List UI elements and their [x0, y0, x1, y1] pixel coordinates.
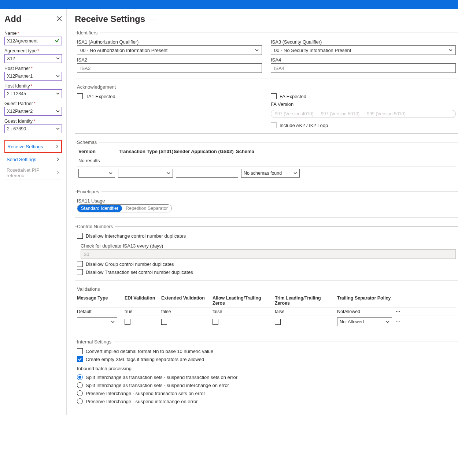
col-schema: Schema: [236, 149, 295, 154]
isa2-input[interactable]: [77, 63, 262, 73]
control-numbers-section: Control Numbers Disallow Interchange con…: [75, 224, 458, 280]
ta1-expected-checkbox[interactable]: TA1 Expected: [77, 93, 115, 99]
add-title: Add: [4, 14, 22, 24]
internal-legend: Internal Settings: [77, 339, 114, 345]
checkbox-icon: [77, 348, 83, 354]
batch-radio-1[interactable]: Split Interchange as transaction sets - …: [77, 374, 456, 380]
check-duplicate-input: 30: [81, 249, 456, 259]
fa-expected-checkbox[interactable]: FA Expected: [271, 93, 456, 99]
isa11-segmented[interactable]: Standard Identifier Repetition Separator: [77, 204, 172, 212]
schema-version-select[interactable]: [78, 169, 115, 178]
nav-label: Send Settings: [7, 157, 36, 162]
envelopes-legend: Envelopes: [77, 189, 101, 194]
radio-icon: [77, 398, 83, 404]
radio-icon: [77, 382, 83, 388]
val-ext-checkbox[interactable]: [161, 319, 167, 325]
create-empty-xml-checkbox[interactable]: Create empty XML tags if trailing separa…: [77, 356, 456, 362]
isa1-label: ISA1 (Authorization Qualifier): [77, 39, 262, 45]
isa11-label: ISA11 Usage: [77, 198, 456, 204]
disallow-interchange-checkbox[interactable]: Disallow Interchange control number dupl…: [77, 233, 456, 239]
host-identity-label: Host Identity*: [4, 83, 62, 89]
val-allow0-checkbox[interactable]: [213, 319, 218, 325]
schema-txn-select[interactable]: [118, 169, 173, 178]
radio-icon: [77, 374, 83, 380]
isa4-input[interactable]: [271, 63, 456, 73]
val-policy-select[interactable]: Not Allowed: [337, 317, 392, 326]
envelopes-section: Envelopes ISA11 Usage Standard Identifie…: [75, 189, 458, 218]
check-icon: [55, 38, 60, 44]
chevron-right-icon: [56, 170, 60, 175]
page-more-icon[interactable]: ···: [149, 16, 158, 22]
col-ext: Extended Validation: [161, 295, 213, 306]
row-more-icon[interactable]: ···: [396, 309, 407, 314]
batch-radio-4[interactable]: Preserve Interchange - suspend interchan…: [77, 398, 456, 404]
schema-schema-select[interactable]: No schemas found: [241, 169, 300, 178]
val-msgtype-select[interactable]: [77, 317, 117, 326]
identifiers-legend: Identifiers: [77, 30, 100, 36]
nav-receive-settings[interactable]: Receive Settings: [4, 140, 62, 153]
guest-identity-select[interactable]: 2 : 67890: [4, 124, 62, 133]
chevron-down-icon: [255, 48, 259, 53]
radio-icon: [77, 390, 83, 396]
isa4-label: ISA4: [271, 57, 456, 63]
add-panel: Add ··· Name* Agreement type* X12 Host P…: [0, 9, 67, 415]
internal-settings-section: Internal Settings Convert implied decima…: [75, 339, 458, 409]
add-more-icon[interactable]: ···: [24, 16, 33, 22]
fa-version-option: 997 (Version 4010): [271, 110, 317, 118]
col-sender-app: Sender Application (GS02): [174, 149, 236, 154]
schemas-legend: Schemas: [77, 140, 99, 145]
name-input[interactable]: [4, 37, 62, 45]
batch-radio-2[interactable]: Split Interchange as transaction sets - …: [77, 382, 456, 388]
row-more-icon[interactable]: ···: [396, 319, 407, 324]
checkbox-icon: [77, 356, 83, 362]
nav-send-settings[interactable]: Send Settings: [4, 153, 62, 166]
checkbox-icon: [271, 93, 277, 99]
guest-identity-label: Guest Identity*: [4, 119, 62, 124]
schema-sender-input[interactable]: [176, 169, 238, 178]
isa3-label: ISA3 (Security Qualifier): [271, 39, 456, 45]
chevron-down-icon: [449, 48, 453, 53]
isa1-select[interactable]: 00 - No Authorization Information Presen…: [77, 45, 262, 55]
page-title: Receive Settings: [75, 14, 145, 24]
checkbox-icon: [77, 261, 83, 267]
close-icon[interactable]: [57, 16, 62, 22]
validation-row-new: Not Allowed ···: [77, 316, 456, 328]
host-partner-select[interactable]: X12Partner1: [4, 72, 62, 81]
isa11-repetition[interactable]: Repetition Separator: [122, 205, 171, 212]
nav-label: RosettaNet PIP referenc: [7, 167, 56, 178]
disallow-txn-checkbox[interactable]: Disallow Transaction set control number …: [77, 269, 456, 275]
batch-label: Inbound batch processing: [77, 366, 456, 371]
schemas-section: Schemas Version Transaction Type (ST01) …: [75, 140, 458, 183]
checkbox-icon: [77, 269, 83, 275]
validation-row-default: Default true false false false NotAllowe…: [77, 307, 456, 316]
chevron-right-icon: [56, 157, 60, 162]
name-label: Name*: [4, 31, 62, 36]
col-allow0: Allow Leading/Trailing Zeros: [213, 295, 275, 306]
checkbox-icon: [77, 233, 83, 239]
col-msg-type: Message Type: [77, 295, 125, 306]
check-duplicate-label: Check for duplicate ISA13 every (days): [81, 243, 456, 249]
batch-radio-3[interactable]: Preserve Interchange - suspend transacto…: [77, 390, 456, 396]
checkbox-icon: [77, 93, 83, 99]
isa3-select[interactable]: 00 - No Security Information Present: [271, 45, 456, 55]
nav-rosettanet[interactable]: RosettaNet PIP referenc: [4, 166, 62, 179]
isa11-standard[interactable]: Standard Identifier: [77, 205, 122, 212]
guest-partner-select[interactable]: X12Partner2: [4, 107, 62, 116]
agreement-type-select[interactable]: X12: [4, 54, 62, 63]
checkbox-icon: [271, 122, 277, 128]
control-numbers-legend: Control Numbers: [77, 224, 115, 229]
col-txn-type: Transaction Type (ST01): [119, 149, 174, 154]
convert-decimal-checkbox[interactable]: Convert implied decimal format Nn to bas…: [77, 348, 456, 354]
fa-version-segmented: 997 (Version 4010) 997 (Version 5010) 99…: [271, 110, 456, 118]
acknowledgement-section: Acknowledgement TA1 Expected FA Expected…: [75, 84, 458, 134]
val-edi-checkbox[interactable]: [125, 319, 130, 325]
disallow-group-checkbox[interactable]: Disallow Group control number duplicates: [77, 261, 456, 267]
col-version: Version: [78, 149, 119, 154]
fa-version-option: 997 (Version 5010): [317, 110, 363, 118]
agreement-type-label: Agreement type*: [4, 48, 62, 53]
fa-version-label: FA Version: [271, 101, 456, 107]
validations-legend: Validations: [77, 286, 102, 292]
val-trim0-checkbox[interactable]: [275, 319, 281, 325]
host-identity-select[interactable]: 2 : 12345: [4, 89, 62, 98]
col-edi: EDI Validation: [125, 295, 161, 306]
